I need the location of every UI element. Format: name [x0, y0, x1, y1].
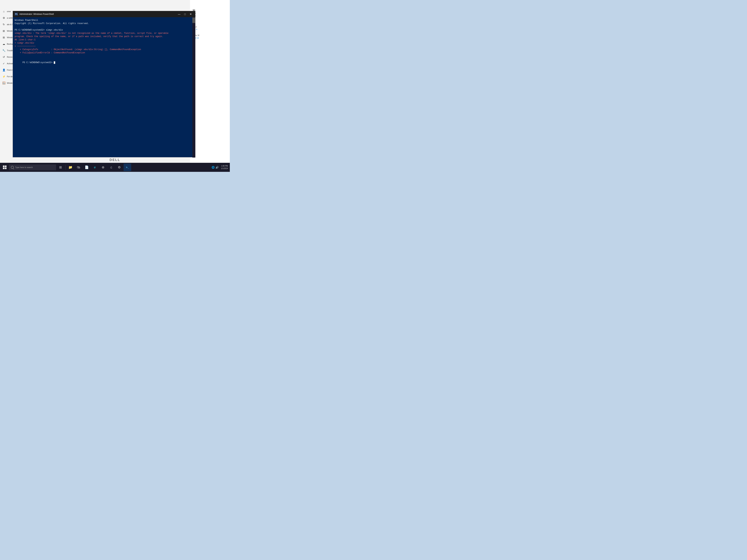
findmydevice-icon: 👤: [2, 69, 5, 72]
right-make-text: Make W: [193, 34, 227, 36]
right-get-help-link[interactable]: Get h: [193, 28, 227, 30]
ie-button[interactable]: ⊕: [99, 163, 107, 171]
ps-line-11: + FullyQualifiedErrorId : CommandNotFoun…: [15, 51, 191, 54]
scrollbar-thumb[interactable]: [192, 18, 195, 23]
search-icon: [11, 166, 14, 169]
task-view-button[interactable]: ⊞: [57, 163, 64, 171]
settings-icon: ⚙: [118, 165, 121, 169]
right-wi-title: Wi: [193, 9, 227, 11]
ps-line-3: [15, 25, 191, 28]
ps-prompt-line: PS C:\WINDOWS\system32>: [15, 58, 191, 68]
file-manager-icon: 📄: [85, 165, 89, 169]
search-handle: [13, 168, 14, 169]
right-win-text: Win: [193, 15, 227, 17]
activation-icon: ✓: [2, 62, 5, 65]
powershell-taskbar-icon: >_: [126, 166, 129, 169]
file-manager-button[interactable]: 📄: [83, 163, 91, 171]
titlebar-buttons: — □ ✕: [176, 12, 194, 17]
powershell-window: PS Administrator: Windows PowerShell — □…: [13, 11, 196, 157]
right-have-text: Have: [193, 26, 227, 28]
start-button[interactable]: [1, 163, 8, 171]
clock-date: 1/1/2024: [221, 167, 228, 170]
store-icon: 🛍: [77, 165, 80, 169]
ps-line-8: + slmgr.vbs/dlv: [15, 42, 191, 45]
network-icon[interactable]: 🌐: [211, 166, 215, 169]
ps-line-12: [15, 54, 191, 58]
ps-line-9: + ~~~~~~~~~~~~~~: [15, 45, 191, 48]
ps-line-10: + CategoryInfo : ObjectNotFound: (slmgr.…: [15, 48, 191, 51]
groove-button[interactable]: ♫: [107, 163, 115, 171]
ps-line-6: program. Check the spelling of the name,…: [15, 35, 191, 38]
dell-logo: DELL: [110, 158, 120, 162]
powershell-icon: PS: [15, 12, 18, 16]
windows1-icon: ⊞: [2, 29, 5, 32]
file-explorer-icon: 📁: [69, 165, 72, 169]
edge-icon: e: [94, 165, 96, 169]
backup-icon: ☁: [2, 43, 5, 45]
search-placeholder: Type here to search: [15, 166, 33, 168]
home-icon: ⌂: [2, 10, 5, 13]
ps-line-7: At line:1 char:1: [15, 38, 191, 42]
ps-prompt: PS C:\WINDOWS\system32>: [22, 61, 54, 64]
ps-cursor: [54, 61, 55, 64]
taskbar-search[interactable]: Type here to search: [9, 164, 56, 170]
troubleshoot-icon: 🔧: [2, 49, 5, 52]
powershell-title: Administrator: Windows PowerShell: [19, 13, 176, 16]
ie-icon: ⊕: [102, 165, 104, 169]
powershell-taskbar-button[interactable]: >_: [124, 163, 131, 171]
ps-line-2: Copyright (C) Microsoft Corporation. All…: [15, 22, 191, 25]
powershell-scrollbar[interactable]: [192, 17, 195, 158]
windows2-icon: ⊞: [2, 36, 5, 39]
taskbar: Type here to search ⊞ 📁 🛍 📄 e ⊕ ♫ ⚙ >_ 🌐…: [0, 163, 230, 172]
right-give-link[interactable]: Give us: [193, 37, 227, 39]
settings-right-panel: Wi Dep Win digi Get Have Get h Make W Gi…: [190, 0, 230, 172]
setting-icon: ⚙: [2, 17, 5, 19]
powershell-content[interactable]: Windows PowerShell Copyright (C) Microso…: [13, 17, 195, 157]
windows-start-icon: [3, 165, 6, 169]
fordevelopers-icon: ⚡: [2, 75, 5, 78]
settings-button[interactable]: ⚙: [115, 163, 123, 171]
taskbar-divider-1: [65, 165, 66, 170]
powershell-titlebar: PS Administrator: Windows PowerShell — □…: [13, 11, 195, 17]
right-get-link[interactable]: Get: [193, 20, 227, 22]
groove-icon: ♫: [110, 165, 112, 169]
ps-line-5: slmgr.vbs/dlv : The term 'slmgr.vbs/dlv'…: [15, 32, 191, 35]
store-button[interactable]: 🛍: [75, 163, 82, 171]
system-tray: 🌐 🔊: [211, 166, 218, 169]
file-explorer-button[interactable]: 📁: [67, 163, 74, 171]
clock-time: 1:00 PM: [221, 165, 228, 167]
taskbar-clock[interactable]: 1:00 PM 1/1/2024: [221, 165, 228, 170]
ps-line-4: PS C:\WINDOWS\system32> slmgr.vbs/dlv: [15, 28, 191, 32]
right-digi-text: digi: [193, 17, 227, 19]
ps-line-1: Windows PowerShell: [15, 19, 191, 22]
volume-icon[interactable]: 🔊: [215, 166, 218, 169]
windowsinsider-icon: 🪟: [2, 82, 5, 84]
recovery-icon: ↺: [2, 56, 5, 58]
edge-button[interactable]: e: [91, 163, 99, 171]
maximize-button[interactable]: □: [182, 12, 188, 17]
update-icon: ↻: [2, 23, 5, 26]
right-dep-text: Dep: [193, 12, 227, 14]
close-button[interactable]: ✕: [188, 12, 194, 17]
minimize-button[interactable]: —: [176, 12, 182, 17]
sidebar-item-home-label: ome: [7, 10, 11, 12]
task-view-icon: ⊞: [59, 165, 62, 169]
